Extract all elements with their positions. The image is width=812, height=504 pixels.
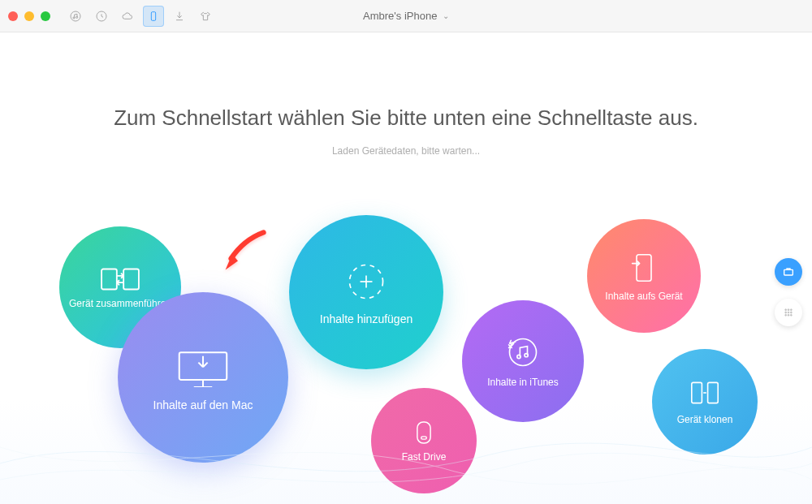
svg-point-28 bbox=[788, 312, 789, 313]
download-icon[interactable] bbox=[169, 6, 190, 27]
add-content-label: Inhalte hinzufügen bbox=[312, 312, 421, 326]
tshirt-icon[interactable] bbox=[195, 6, 216, 27]
svg-rect-14 bbox=[417, 422, 430, 443]
svg-point-26 bbox=[790, 309, 792, 311]
svg-rect-23 bbox=[784, 269, 793, 275]
svg-point-29 bbox=[790, 312, 792, 313]
page-headline: Zum Schnellstart wählen Sie bitte unten … bbox=[0, 32, 812, 131]
svg-point-32 bbox=[790, 314, 792, 316]
svg-rect-7 bbox=[123, 269, 139, 289]
device-icon[interactable] bbox=[143, 6, 164, 27]
content-area: Zum Schnellstart wählen Sie bitte unten … bbox=[0, 32, 812, 504]
itunes-library-icon[interactable] bbox=[65, 6, 86, 27]
svg-point-30 bbox=[785, 314, 787, 316]
category-view-button[interactable] bbox=[775, 299, 802, 326]
window-traffic-lights bbox=[8, 11, 50, 21]
svg-rect-15 bbox=[421, 437, 427, 439]
content-to-mac-button[interactable]: Inhalte auf den Mac bbox=[118, 292, 288, 463]
content-to-itunes-label: Inhalte in iTunes bbox=[479, 377, 567, 388]
svg-rect-21 bbox=[708, 382, 719, 403]
content-to-device-button[interactable]: Inhalte aufs Gerät bbox=[587, 219, 701, 333]
minimize-window-button[interactable] bbox=[24, 11, 34, 21]
toolbar-nav bbox=[65, 6, 216, 27]
svg-rect-6 bbox=[102, 269, 117, 289]
svg-point-27 bbox=[785, 312, 787, 313]
annotation-arrow bbox=[215, 226, 272, 286]
fast-drive-button[interactable]: Fast Drive bbox=[371, 388, 477, 493]
svg-point-18 bbox=[525, 353, 528, 356]
content-to-itunes-button[interactable]: Inhalte in iTunes bbox=[462, 300, 584, 422]
clone-device-label: Gerät klonen bbox=[669, 414, 741, 425]
chevron-down-icon: ⌄ bbox=[443, 11, 449, 20]
loading-status: Laden Gerätedaten, bitte warten... bbox=[0, 131, 812, 157]
svg-rect-20 bbox=[692, 382, 702, 403]
close-window-button[interactable] bbox=[8, 11, 18, 21]
svg-point-1 bbox=[73, 16, 75, 18]
svg-rect-4 bbox=[151, 11, 155, 20]
device-name: Ambre's iPhone bbox=[363, 10, 437, 22]
svg-point-17 bbox=[517, 355, 520, 358]
clone-device-button[interactable]: Gerät klonen bbox=[652, 349, 758, 454]
maximize-window-button[interactable] bbox=[41, 11, 50, 21]
svg-rect-19 bbox=[637, 255, 651, 281]
svg-point-0 bbox=[71, 11, 80, 21]
shortcut-view-button[interactable] bbox=[775, 258, 802, 286]
view-switcher bbox=[775, 258, 802, 326]
fast-drive-label: Fast Drive bbox=[394, 451, 455, 463]
window-toolbar: Ambre's iPhone ⌄ bbox=[0, 0, 812, 32]
content-to-mac-label: Inhalte auf den Mac bbox=[145, 398, 261, 412]
svg-point-31 bbox=[788, 314, 789, 316]
add-content-button[interactable]: Inhalte hinzufügen bbox=[289, 215, 443, 369]
svg-point-25 bbox=[788, 309, 789, 311]
svg-point-24 bbox=[785, 309, 787, 311]
history-icon[interactable] bbox=[91, 6, 112, 27]
content-to-device-label: Inhalte aufs Gerät bbox=[597, 291, 690, 302]
icloud-icon[interactable] bbox=[117, 6, 138, 27]
